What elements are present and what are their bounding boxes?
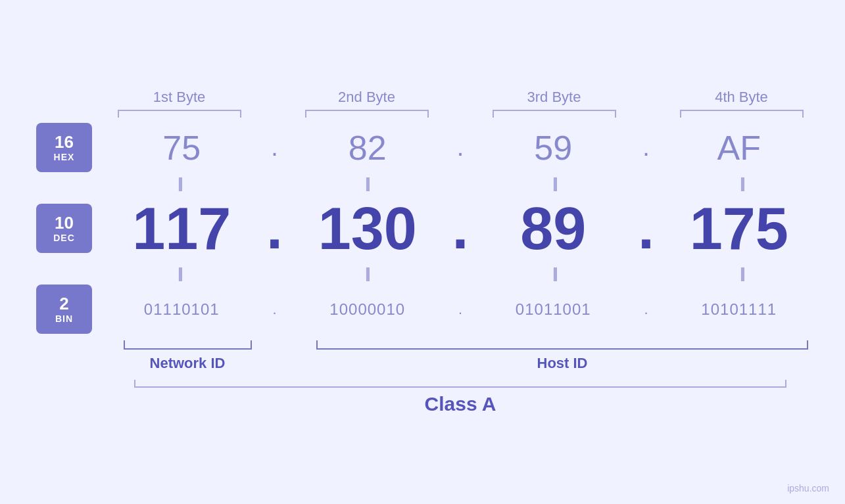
bin-value-3: 01011001 [473, 300, 633, 319]
bracket-top-4 [680, 110, 804, 118]
byte-col-2: 2nd Byte [289, 89, 444, 118]
host-bracket [316, 340, 809, 350]
dec-value-2: 130 [288, 199, 448, 258]
byte-label-3: 3rd Byte [527, 89, 581, 106]
dec-value-1: 117 [102, 199, 262, 258]
main-container: 1st Byte 2nd Byte 3rd Byte 4th Byte 16 H… [0, 0, 845, 504]
eq-3: || [552, 175, 555, 192]
hex-badge: 16 HEX [36, 123, 92, 172]
dec-value-3: 89 [473, 199, 633, 258]
hex-number: 16 [55, 133, 74, 152]
bin-number: 2 [59, 294, 68, 313]
hex-dot-1: . [262, 133, 288, 162]
class-bracket [134, 380, 786, 388]
host-id-label: Host ID [537, 355, 588, 372]
dec-dot-2: . [447, 195, 473, 262]
hex-value-4: AF [660, 128, 819, 168]
bin-value-1: 01110101 [102, 300, 262, 319]
byte-col-4: 4th Byte [664, 89, 819, 118]
eq-5: || [178, 265, 180, 282]
bin-base: BIN [55, 313, 73, 324]
class-a-label: Class A [425, 393, 496, 415]
byte-label-1: 1st Byte [153, 89, 205, 106]
dec-value-4: 175 [660, 199, 819, 258]
hex-dot-2: . [447, 133, 473, 162]
hex-base: HEX [54, 152, 75, 162]
hex-value-3: 59 [473, 128, 633, 168]
bracket-top-2 [305, 110, 429, 118]
bin-dot-1: . [262, 301, 288, 318]
dec-dot-3: . [633, 195, 660, 262]
network-id-section: Network ID [102, 340, 273, 372]
bracket-top-1 [118, 110, 241, 118]
eq-1: || [178, 175, 180, 192]
byte-col-1: 1st Byte [102, 89, 256, 118]
bin-dot-3: . [633, 301, 660, 318]
host-id-section: Host ID [306, 340, 819, 372]
dec-number: 10 [55, 214, 74, 233]
eq-7: || [552, 265, 555, 282]
eq-8: || [740, 265, 742, 282]
byte-col-3: 3rd Byte [477, 89, 631, 118]
hex-value-2: 82 [288, 128, 448, 168]
eq-6: || [365, 265, 368, 282]
hex-value-1: 75 [102, 128, 262, 168]
network-id-label: Network ID [150, 355, 226, 372]
watermark: ipshu.com [787, 483, 829, 493]
eq-2: || [365, 175, 368, 192]
bracket-top-3 [493, 110, 616, 118]
eq-4: || [740, 175, 742, 192]
network-bracket [124, 340, 252, 350]
bin-badge: 2 BIN [36, 285, 92, 334]
bin-value-2: 10000010 [288, 300, 448, 319]
dec-badge: 10 DEC [36, 204, 92, 253]
class-section: Class A [26, 380, 819, 415]
bin-dot-2: . [447, 301, 473, 318]
dec-base: DEC [53, 233, 75, 243]
dec-dot-1: . [262, 195, 288, 262]
bin-value-4: 10101111 [660, 300, 819, 319]
byte-label-4: 4th Byte [715, 89, 768, 106]
byte-label-2: 2nd Byte [338, 89, 395, 106]
hex-dot-3: . [633, 133, 660, 162]
